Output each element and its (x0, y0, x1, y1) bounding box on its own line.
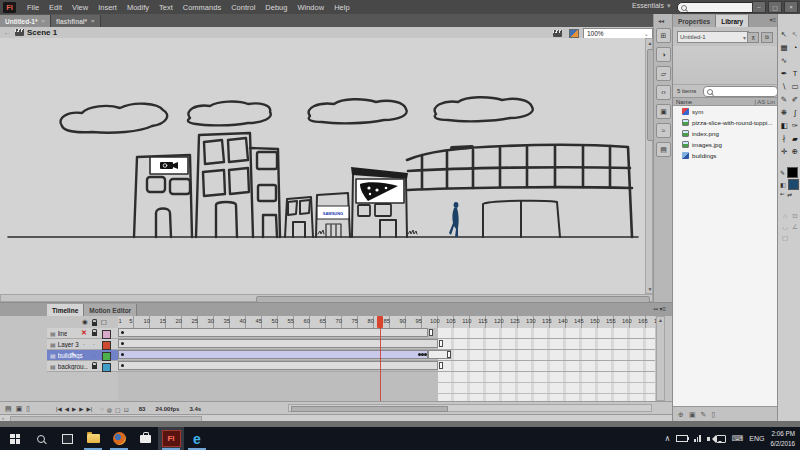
task-view-button[interactable] (54, 427, 80, 450)
start-button[interactable] (2, 427, 28, 450)
stage-horizontal-scrollbar[interactable] (0, 294, 653, 302)
layer-row-buildings[interactable]: ▤buildings✎·· (47, 350, 118, 361)
black-white-colors-icon[interactable]: ▪▫ (780, 191, 784, 198)
lock-fill-icon[interactable]: ▢ (780, 232, 790, 243)
menu-modify[interactable]: Modify (127, 3, 149, 12)
step-back-button[interactable]: ◀ (65, 406, 69, 412)
ink-bottle-tool[interactable]: ✑ (790, 119, 800, 132)
library-column-header[interactable]: Name | AS Lin (673, 97, 778, 106)
menu-view[interactable]: View (72, 3, 88, 12)
close-button[interactable]: × (784, 1, 798, 13)
tab-motion-editor[interactable]: Motion Editor (84, 304, 137, 316)
project-panel-icon[interactable]: ▤ (656, 142, 671, 157)
new-folder-button[interactable]: ▣ (16, 405, 23, 412)
document-tab-flashfinal[interactable]: flashfinal*× (51, 15, 101, 27)
network-icon[interactable] (694, 435, 701, 442)
store-button[interactable] (132, 427, 158, 450)
layer-outline-color-swatch[interactable] (102, 330, 111, 339)
scrollbar-thumb[interactable] (291, 406, 448, 412)
firefox-button[interactable] (106, 427, 132, 450)
library-item[interactable]: sym (673, 106, 778, 117)
edge-button[interactable]: e (184, 427, 210, 450)
layer-row-line[interactable]: ▤line✕ (47, 328, 118, 339)
align-panel-icon[interactable]: ⊞ (656, 28, 671, 43)
edit-multiple-frames-icon[interactable]: ⊡ (124, 406, 129, 413)
frame-rate-indicator[interactable]: 24.00fps (155, 406, 179, 412)
paint-bucket-tool[interactable]: ◧ (779, 119, 790, 132)
layer-frames-buildings[interactable] (118, 350, 655, 361)
tray-chevron-icon[interactable]: ∧ (664, 434, 670, 443)
menu-control[interactable]: Control (231, 3, 255, 12)
snap-to-objects-icon[interactable]: ∩ (780, 210, 790, 221)
library-item[interactable]: pizza-slice-with-round-toppi... (673, 117, 778, 128)
new-layer-button[interactable]: ▤ (5, 405, 12, 412)
menu-debug[interactable]: Debug (265, 3, 287, 12)
clock[interactable]: 2:06 PM 6/2/2016 (770, 429, 795, 448)
frame-span[interactable] (118, 339, 438, 348)
volume-icon[interactable] (707, 437, 710, 441)
layer-outline-color-swatch[interactable] (102, 352, 111, 361)
new-folder-button[interactable]: ▣ (689, 411, 696, 419)
library-item[interactable]: images.jpg (673, 139, 778, 150)
menu-insert[interactable]: Insert (98, 3, 117, 12)
close-icon[interactable]: × (91, 18, 95, 24)
layer-outline-color-swatch[interactable] (102, 341, 111, 350)
flash-button[interactable]: Fl (158, 427, 184, 450)
library-document-select[interactable]: Untitled-1 ▾ (677, 31, 749, 43)
timeline-vertical-scrollbar[interactable]: ▲ (656, 316, 665, 401)
step-forward-button[interactable]: ▶ (79, 406, 83, 412)
layer-visible-dot[interactable]: · (80, 352, 88, 358)
components-panel-icon[interactable]: ▣ (656, 104, 671, 119)
tab-timeline[interactable]: Timeline (47, 304, 84, 316)
new-library-panel-icon[interactable]: ⧉ (761, 32, 773, 43)
motion-presets-panel-icon[interactable]: ≈ (656, 123, 671, 138)
hand-tool[interactable]: ✛ (779, 145, 790, 158)
menu-help[interactable]: Help (334, 3, 349, 12)
menu-commands[interactable]: Commands (183, 3, 221, 12)
lock-all-layers-icon[interactable] (92, 322, 97, 326)
line-tool[interactable]: ∖ (779, 80, 790, 93)
menu-window[interactable]: Window (297, 3, 324, 12)
new-layer-button[interactable]: ▤▣▯ (5, 405, 34, 413)
close-icon[interactable]: × (42, 18, 46, 24)
expand-panels-icon[interactable]: ◂◂ (658, 17, 664, 24)
pen-tool[interactable]: ✒ (779, 67, 790, 80)
color-panel-icon[interactable]: ◑ (656, 47, 671, 62)
show-hide-all-layers-icon[interactable]: ◉ (82, 318, 88, 326)
layer-locked-icon[interactable] (90, 329, 98, 337)
playhead-marker[interactable] (377, 316, 383, 328)
library-item[interactable]: buildings (673, 150, 778, 161)
layer-unlocked-dot[interactable]: · (90, 352, 98, 358)
layer-visible-dot[interactable]: · (80, 363, 88, 369)
panel-menu-icon[interactable]: ▾≡ (769, 16, 776, 23)
workspace-switcher[interactable]: Essentials▾ (632, 2, 670, 10)
subselection-tool[interactable]: ↖ (790, 28, 800, 41)
straighten-option-icon[interactable]: ∠ (790, 221, 800, 232)
free-transform-tool[interactable]: ▦ (779, 41, 790, 54)
menu-file[interactable]: File (27, 3, 39, 12)
battery-icon[interactable] (676, 435, 688, 442)
stage-vertical-scrollbar[interactable]: ▲ ▼ (645, 38, 653, 294)
back-arrow-icon[interactable]: ← (3, 28, 11, 37)
fill-color-swatch[interactable] (788, 179, 799, 190)
smooth-option-icon[interactable]: ◡ (780, 221, 790, 232)
eraser-tool[interactable]: ▰ (790, 132, 800, 145)
layer-frames-backgrou[interactable] (118, 361, 655, 372)
transform-panel-icon[interactable]: ▱ (656, 66, 671, 81)
layer-visible-dot[interactable]: · (80, 341, 88, 347)
layer-row-Layer3[interactable]: ▤Layer 3·· (47, 339, 118, 350)
search-button[interactable] (28, 427, 54, 450)
frame-span[interactable] (118, 361, 438, 370)
app-search-input[interactable] (677, 2, 758, 13)
layer-outline-color-swatch[interactable] (102, 363, 111, 372)
zoom-tool[interactable]: ⊕ (790, 145, 800, 158)
lasso-tool[interactable]: ∿ (779, 54, 790, 67)
layer-unlocked-dot[interactable]: · (90, 341, 98, 347)
frame-grid[interactable] (118, 328, 655, 401)
edit-symbols-icon[interactable] (569, 29, 579, 38)
timeline-horizontal-scrollbar[interactable] (288, 404, 652, 412)
pin-library-icon[interactable]: ⊼ (747, 32, 759, 43)
go-to-first-frame-button[interactable]: |◀ (56, 406, 62, 412)
panel-menu-icon[interactable]: ▪▪ ▾≡ (654, 305, 666, 312)
onion-skin-outlines-icon[interactable]: ▢ (115, 406, 121, 413)
